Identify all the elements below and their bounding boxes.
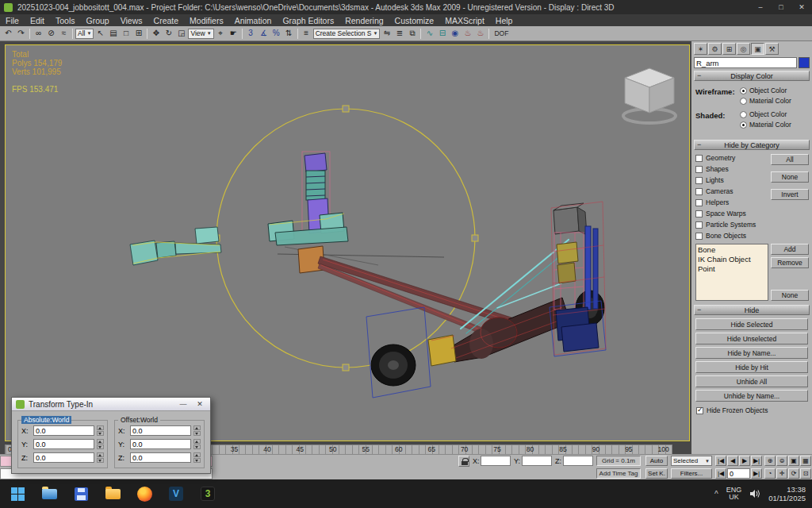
hide-button[interactable]: Hide by Hit xyxy=(695,361,808,373)
key-filters-button[interactable]: Filters... xyxy=(671,468,712,479)
category-checkbox[interactable]: Particle Systems xyxy=(695,220,771,229)
spinner-control[interactable] xyxy=(97,452,104,463)
shaded-object-color-radio[interactable]: Object Color xyxy=(740,110,808,118)
category-checkbox[interactable]: Shapes xyxy=(695,164,771,174)
menu-item[interactable]: Modifiers xyxy=(184,16,229,25)
mirror-icon[interactable]: ⇋ xyxy=(381,28,393,40)
selection-region-icon[interactable]: □ xyxy=(120,28,132,40)
snap-toggle-icon[interactable]: 3 xyxy=(245,28,257,40)
category-none-button[interactable]: None xyxy=(771,171,809,183)
vscode-button[interactable]: V xyxy=(167,484,186,503)
zoom-extents-icon[interactable]: ▣ xyxy=(788,456,799,466)
pan-view-icon[interactable]: ✛ xyxy=(776,468,787,479)
model-drive-shaft[interactable] xyxy=(318,256,514,333)
category-checkbox[interactable]: Helpers xyxy=(695,198,771,207)
dialog-close-button[interactable]: ✕ xyxy=(193,400,206,408)
hide-button[interactable]: Hide Selected xyxy=(695,318,808,330)
redo-icon[interactable]: ↷ xyxy=(15,28,27,40)
play-animation-icon[interactable]: ▶ xyxy=(739,456,750,466)
render-setup-icon[interactable]: ♨ xyxy=(462,28,473,40)
material-editor-icon[interactable]: ◉ xyxy=(449,28,461,40)
3dsmax-taskbar-button[interactable]: 3 xyxy=(198,484,217,503)
viewport-3d-scene[interactable] xyxy=(6,45,689,441)
undo-icon[interactable]: ↶ xyxy=(2,28,14,40)
object-color-swatch[interactable] xyxy=(799,57,810,68)
current-frame-field[interactable]: 0 xyxy=(727,468,750,479)
minimize-button[interactable]: – xyxy=(750,0,771,14)
menu-item[interactable]: Views xyxy=(115,16,148,25)
absolute-x-field[interactable]: 0.0 xyxy=(33,425,94,436)
category-checkbox[interactable]: Space Warps xyxy=(695,209,771,218)
select-and-manipulate-icon[interactable]: ☛ xyxy=(228,28,239,40)
category-checkbox[interactable]: Geometry xyxy=(695,153,771,163)
menu-item[interactable]: Edit xyxy=(25,16,50,25)
spinner-control[interactable] xyxy=(97,439,104,449)
taskbar-app-floppy[interactable] xyxy=(71,484,90,503)
next-key-icon[interactable]: ▶| xyxy=(751,468,762,479)
set-key-button[interactable]: Set K. xyxy=(645,468,668,479)
tab-create-icon[interactable]: ✶ xyxy=(694,43,707,55)
list-add-button[interactable]: Add xyxy=(771,244,809,255)
wireframe-material-color-radio[interactable]: Material Color xyxy=(740,97,808,105)
reference-coordinate-dropdown[interactable]: View▼ xyxy=(188,29,213,39)
shaded-material-color-radio[interactable]: Material Color xyxy=(740,121,808,129)
start-button[interactable] xyxy=(8,484,27,503)
menu-item[interactable]: Customize xyxy=(389,16,440,25)
rollout-hide-by-category[interactable]: Hide by Category xyxy=(694,140,810,150)
hide-frozen-checkbox[interactable]: Hide Frozen Objects xyxy=(694,403,810,414)
schematic-view-icon[interactable]: ⊟ xyxy=(436,28,448,40)
list-item[interactable]: IK Chain Object xyxy=(698,255,766,264)
absolute-y-field[interactable]: 0.0 xyxy=(33,439,94,449)
spinner-control[interactable] xyxy=(193,452,201,463)
curve-editor-icon[interactable]: ∿ xyxy=(423,28,435,40)
category-invert-button[interactable]: Invert xyxy=(771,189,809,200)
tab-utilities-icon[interactable]: ⚒ xyxy=(765,43,779,55)
list-item[interactable]: Bone xyxy=(698,245,766,255)
dialog-minimize-button[interactable]: — xyxy=(177,400,190,408)
object-name-field[interactable]: R_arm xyxy=(694,57,797,68)
menu-item[interactable]: Animation xyxy=(229,16,278,25)
goto-end-icon[interactable]: ▶| xyxy=(751,456,762,466)
named-selection-dropdown[interactable]: Create Selection S▼ xyxy=(313,29,381,39)
quick-render-icon[interactable]: ♨ xyxy=(474,28,486,40)
previous-key-icon[interactable]: |◀ xyxy=(715,468,726,479)
menu-item[interactable]: MAXScript xyxy=(439,16,490,25)
unlink-selection-icon[interactable]: ⊘ xyxy=(45,28,57,40)
goto-start-icon[interactable]: |◀ xyxy=(715,456,726,466)
z-coordinate-field[interactable] xyxy=(563,456,593,466)
category-listbox[interactable]: BoneIK Chain ObjectPoint xyxy=(695,244,768,301)
field-of-view-icon[interactable]: ◔ xyxy=(764,468,776,479)
use-pivot-center-icon[interactable]: ⌖ xyxy=(215,28,227,40)
window-crossing-icon[interactable]: ⊞ xyxy=(132,28,144,40)
offset-z-field[interactable]: 0.0 xyxy=(130,452,191,463)
list-none-button[interactable]: None xyxy=(771,290,809,301)
tab-display-icon[interactable]: ▣ xyxy=(751,43,764,55)
zoom-extents-all-icon[interactable]: ▦ xyxy=(800,456,811,466)
category-checkbox[interactable]: Lights xyxy=(695,175,771,185)
named-selection-sets-icon[interactable]: ≡ xyxy=(301,28,312,40)
model-center-bones[interactable] xyxy=(268,152,348,245)
selection-filter-dropdown[interactable]: All▼ xyxy=(75,29,94,39)
tab-motion-icon[interactable]: ◎ xyxy=(737,43,750,55)
angle-snap-icon[interactable]: ∡ xyxy=(258,28,270,40)
spinner-control[interactable] xyxy=(193,439,201,449)
tab-hierarchy-icon[interactable]: ⊞ xyxy=(722,43,736,55)
category-all-button[interactable]: All xyxy=(771,154,809,165)
auto-key-button[interactable]: Auto xyxy=(645,456,668,466)
clock[interactable]: 13:38 01/11/2025 xyxy=(768,485,806,502)
close-button[interactable]: ✕ xyxy=(791,0,812,14)
select-and-link-icon[interactable]: ∞ xyxy=(33,28,44,40)
category-checkbox[interactable]: Cameras xyxy=(695,187,771,196)
menu-item[interactable]: Help xyxy=(490,16,519,25)
spinner-control[interactable] xyxy=(193,425,201,436)
taskbar-app-folder[interactable] xyxy=(103,484,122,503)
viewcube[interactable] xyxy=(623,68,676,123)
maximize-viewport-icon[interactable]: ⊡ xyxy=(800,468,811,479)
hide-button[interactable]: Hide Unselected xyxy=(695,333,808,344)
volume-icon[interactable] xyxy=(749,489,760,498)
rollout-display-color[interactable]: Display Color xyxy=(694,71,810,81)
firefox-button[interactable] xyxy=(135,484,154,503)
menu-item[interactable]: Create xyxy=(148,16,185,25)
list-remove-button[interactable]: Remove xyxy=(771,257,809,268)
offset-x-field[interactable]: 0.0 xyxy=(130,425,191,436)
